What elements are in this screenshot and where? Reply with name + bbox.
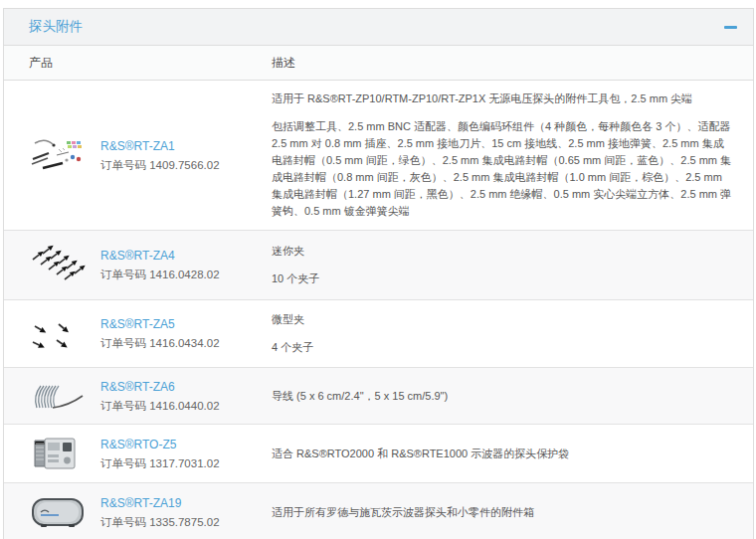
table-row: R&S®RTO-Z5 订单号码 1317.7031.02 适合 R&S®RTO2… xyxy=(4,425,753,483)
product-link-rt-za1[interactable]: R&S®RT-ZA1 xyxy=(100,138,262,155)
product-link-rt-za6[interactable]: R&S®RT-ZA6 xyxy=(100,379,262,396)
product-description: 适用于所有罗德与施瓦茨示波器探头和小零件的附件箱 xyxy=(272,504,738,521)
panel-header-toggle[interactable]: 探头附件 xyxy=(4,9,753,46)
rt-za4-product-image xyxy=(29,244,100,287)
product-link-rto-z5[interactable]: R&S®RTO-Z5 xyxy=(100,437,262,453)
order-number: 订单号码 1317.7031.02 xyxy=(100,457,220,469)
column-header-description: 描述 xyxy=(272,55,738,72)
order-number: 订单号码 1409.7566.02 xyxy=(100,159,220,171)
table-row: R&S®RT-ZA1 订单号码 1409.7566.02 适用于 R&S®RT-… xyxy=(4,81,753,231)
collapse-minus-icon[interactable] xyxy=(724,26,737,29)
product-description: 适用于 R&S®RT-ZP10/RTM-ZP10/RT-ZP1X 无源电压探头的… xyxy=(272,90,738,220)
order-number: 订单号码 1416.0440.02 xyxy=(100,400,220,412)
table-row: R&S®RT-ZA5 订单号码 1416.0434.02 微型夹 4 个夹子 xyxy=(4,300,753,368)
product-link-rt-za5[interactable]: R&S®RT-ZA5 xyxy=(100,316,262,333)
rt-za6-product-image xyxy=(29,378,100,414)
panel-title: 探头附件 xyxy=(29,18,83,36)
table-header-row: 产品 描述 xyxy=(4,46,753,81)
product-link-rt-za19[interactable]: R&S®RT-ZA19 xyxy=(100,495,262,512)
order-number: 订单号码 1335.7875.02 xyxy=(100,516,220,528)
product-description: 迷你夹 10 个夹子 xyxy=(272,243,738,287)
order-number: 订单号码 1416.0428.02 xyxy=(100,269,220,280)
rt-za5-product-image xyxy=(29,314,100,354)
table-row: R&S®RT-ZA6 订单号码 1416.0440.02 导线 (5 x 6 c… xyxy=(4,368,753,425)
column-header-product: 产品 xyxy=(29,55,272,72)
product-link-rt-za4[interactable]: R&S®RT-ZA4 xyxy=(100,248,262,265)
product-description: 适合 R&S®RTO2000 和 R&S®RTE1000 示波器的探头保护袋 xyxy=(272,446,738,462)
order-number: 订单号码 1416.0434.02 xyxy=(100,337,220,349)
rt-za19-product-image xyxy=(29,493,100,531)
table-row: R&S®RT-ZA19 订单号码 1335.7875.02 适用于所有罗德与施瓦… xyxy=(4,483,753,539)
table-row: R&S®RT-ZA4 订单号码 1416.0428.02 迷你夹 10 个夹子 xyxy=(4,231,753,300)
probe-accessories-panel: 探头附件 产品 描述 R&S®RT-ZA1 xyxy=(3,8,754,539)
rt-za1-product-image xyxy=(29,135,100,175)
rto-z5-product-image xyxy=(29,435,100,472)
product-description: 导线 (5 x 6 cm/2.4"，5 x 15 cm/5.9") xyxy=(272,388,738,405)
product-description: 微型夹 4 个夹子 xyxy=(272,311,738,356)
